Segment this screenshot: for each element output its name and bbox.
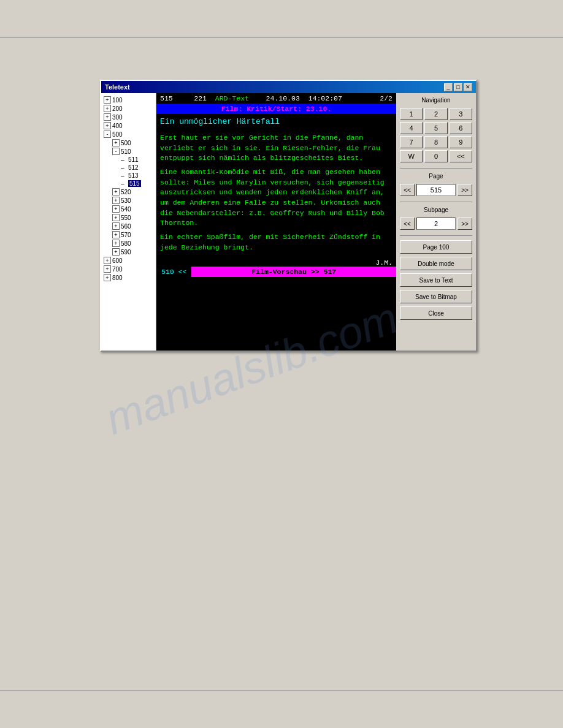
page-next-button[interactable]: >> <box>458 184 472 196</box>
bottom-divider <box>0 690 563 691</box>
right-panel: Navigation 1 2 3 4 5 6 7 8 9 W 0 << Page… <box>396 93 476 351</box>
tree-label-520: 520 <box>121 189 131 195</box>
tree-label-300: 300 <box>112 114 123 121</box>
nav-btn-4[interactable]: 4 <box>400 122 423 134</box>
expander-500c[interactable]: + <box>112 139 120 146</box>
tree-label-580: 580 <box>121 240 131 247</box>
expander-200[interactable]: + <box>104 105 111 112</box>
tree-item-600[interactable]: + 600 <box>102 256 155 265</box>
expander-530[interactable]: + <box>112 197 120 204</box>
tree-label-530: 530 <box>121 197 131 204</box>
tree-item-500-child[interactable]: + 500 <box>111 138 155 147</box>
tree-item-530[interactable]: + 530 <box>111 196 155 205</box>
tree-item-590[interactable]: + 590 <box>111 248 155 256</box>
expander-580[interactable]: + <box>112 240 120 247</box>
teletext-window: Teletext _ □ ✕ + 100 + 200 + 300 <box>100 80 477 352</box>
tree-item-511[interactable]: – 511 <box>120 156 155 164</box>
tree-item-512[interactable]: – 512 <box>120 164 155 172</box>
tree-item-100[interactable]: + 100 <box>102 96 155 104</box>
maximize-button[interactable]: □ <box>454 83 462 91</box>
nav-grid: 1 2 3 4 5 6 7 8 9 W 0 << <box>400 108 472 162</box>
tree-item-515[interactable]: – 515 <box>120 180 155 188</box>
expander-540[interactable]: + <box>112 205 120 213</box>
nav-btn-3[interactable]: 3 <box>450 108 472 120</box>
subpage-prev-button[interactable]: << <box>400 218 415 230</box>
expander-300[interactable]: + <box>104 113 111 121</box>
nav-btn-8[interactable]: 8 <box>424 136 447 148</box>
top-divider <box>0 37 563 38</box>
expander-510[interactable]: - <box>112 148 120 155</box>
tt-page: 515 221 ARD-Text 24.10.03 14:02:07 <box>160 94 342 102</box>
tree-item-550[interactable]: + 550 <box>111 213 155 222</box>
tree-label-510: 510 <box>121 148 131 155</box>
tree-label-570: 570 <box>121 232 131 238</box>
tt-paragraph1: Erst haut er sie vor Gericht in die Pfan… <box>160 133 393 164</box>
tree-item-700[interactable]: + 700 <box>102 265 155 273</box>
tree-item-800[interactable]: + 800 <box>102 273 155 282</box>
tree-item-200[interactable]: + 200 <box>102 104 155 113</box>
window-title: Teletext <box>105 83 130 91</box>
tree-item-513[interactable]: – 513 <box>120 172 155 180</box>
tree-item-520[interactable]: + 520 <box>111 188 155 196</box>
nav-btn-w[interactable]: W <box>400 150 423 162</box>
nav-btn-1[interactable]: 1 <box>400 108 423 120</box>
tree-item-500[interactable]: - 500 <box>102 130 155 138</box>
tree-label-100: 100 <box>112 97 123 104</box>
page-prev-button[interactable]: << <box>400 184 415 196</box>
subpage-next-button[interactable]: >> <box>458 218 472 230</box>
nav-btn-back[interactable]: << <box>450 150 472 162</box>
tree-item-400[interactable]: + 400 <box>102 121 155 130</box>
tree-label-590: 590 <box>121 249 131 256</box>
page-100-button[interactable]: Page 100 <box>400 240 472 254</box>
page-display: 515 <box>416 184 456 196</box>
close-button-panel[interactable]: Close <box>400 306 472 320</box>
tt-header: 515 221 ARD-Text 24.10.03 14:02:07 2/2 <box>156 93 396 104</box>
expander-500[interactable]: - <box>104 131 111 138</box>
expander-600[interactable]: + <box>104 257 111 264</box>
tt-title: Ein unmöglicher Härtefall <box>160 116 393 128</box>
tree-label-515: 515 <box>128 180 141 187</box>
title-bar-controls: _ □ ✕ <box>444 83 472 91</box>
tree-item-300[interactable]: + 300 <box>102 113 155 121</box>
tree-item-540[interactable]: + 540 <box>111 205 155 213</box>
expander-800[interactable]: + <box>104 274 111 281</box>
tree-item-570[interactable]: + 570 <box>111 230 155 239</box>
tree-item-560[interactable]: + 560 <box>111 222 155 230</box>
expander-400[interactable]: + <box>104 122 111 129</box>
divider-2 <box>400 202 472 202</box>
expander-100[interactable]: + <box>104 96 111 104</box>
tree-item-510[interactable]: - 510 <box>111 147 155 156</box>
tt-footer: 510 << Film-Vorschau >> 517 <box>156 267 396 277</box>
expander-590[interactable]: + <box>112 248 120 256</box>
nav-btn-9[interactable]: 9 <box>450 136 472 148</box>
expander-560[interactable]: + <box>112 222 120 230</box>
page-section-label: Page <box>400 173 472 180</box>
nav-btn-5[interactable]: 5 <box>424 122 447 134</box>
nav-btn-2[interactable]: 2 <box>424 108 447 120</box>
nav-btn-7[interactable]: 7 <box>400 136 423 148</box>
tt-station: ARD-Text <box>215 94 249 102</box>
tt-paragraph2: Eine Romantik-Komödie mit Biß, die man g… <box>160 167 393 229</box>
title-bar: Teletext _ □ ✕ <box>101 81 476 93</box>
nav-btn-0[interactable]: 0 <box>424 150 447 162</box>
expander-550[interactable]: + <box>112 214 120 221</box>
tt-paragraph3: Ein echter Spaßfilm, der mit Sicherheit … <box>160 232 393 252</box>
save-to-bitmap-button[interactable]: Save to Bitmap <box>400 290 472 303</box>
close-button[interactable]: ✕ <box>464 83 472 91</box>
tree-sidebar: + 100 + 200 + 300 + 400 - 500 <box>101 93 156 351</box>
tree-item-580[interactable]: + 580 <box>111 239 155 248</box>
minimize-button[interactable]: _ <box>444 83 453 91</box>
tree-label-512: 512 <box>128 164 139 171</box>
teletext-display: 515 221 ARD-Text 24.10.03 14:02:07 2/2 F… <box>156 93 396 351</box>
double-mode-button[interactable]: Double mode <box>400 257 472 270</box>
expander-520[interactable]: + <box>112 188 120 195</box>
save-to-text-button[interactable]: Save to Text <box>400 273 472 287</box>
page-nav-row: << 515 >> <box>400 184 472 196</box>
subpage-nav-row: << 2 >> <box>400 218 472 230</box>
expander-700[interactable]: + <box>104 265 111 273</box>
expander-570[interactable]: + <box>112 231 120 238</box>
nav-btn-6[interactable]: 6 <box>450 122 472 134</box>
tree-label-500c: 500 <box>121 140 131 146</box>
tt-footer-left: 510 << <box>156 267 191 277</box>
tree-label-540: 540 <box>121 206 131 213</box>
